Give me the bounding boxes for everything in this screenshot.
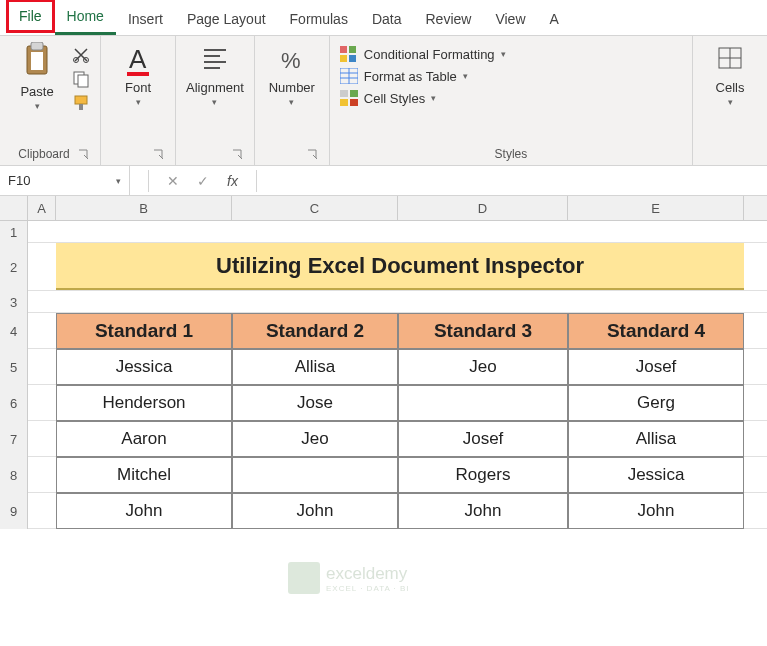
svg-rect-7 [75,96,87,104]
svg-rect-6 [78,75,88,87]
table-cell[interactable]: Jose [232,385,398,421]
row-header[interactable]: 3 [0,291,28,313]
cell[interactable] [28,493,56,529]
col-header-b[interactable]: B [56,196,232,220]
table-cell[interactable]: Jeo [398,349,568,385]
table-cell[interactable]: Allisa [568,421,744,457]
copy-icon[interactable] [72,70,90,88]
row-header[interactable]: 7 [0,421,28,457]
cell[interactable] [56,291,232,313]
dialog-launcher-icon[interactable] [153,149,165,161]
cell[interactable] [232,291,398,313]
clipboard-icon [21,42,53,82]
tab-data[interactable]: Data [360,3,414,35]
table-header[interactable]: Standard 3 [398,313,568,349]
dialog-launcher-icon[interactable] [78,149,90,161]
table-cell[interactable]: Henderson [56,385,232,421]
table-cell[interactable]: Allisa [232,349,398,385]
paste-button[interactable]: Paste ▾ [10,42,64,111]
chevron-down-icon: ▾ [116,176,121,186]
chevron-down-icon: ▾ [212,97,217,107]
table-header[interactable]: Standard 1 [56,313,232,349]
table-cell[interactable]: Jessica [568,457,744,493]
table-cell[interactable]: John [56,493,232,529]
tab-page-layout[interactable]: Page Layout [175,3,278,35]
row-1: 1 [0,221,767,243]
svg-text:%: % [281,48,301,73]
tab-more[interactable]: A [538,3,571,35]
cell[interactable] [28,421,56,457]
svg-rect-26 [340,99,348,106]
svg-rect-1 [31,42,43,50]
dialog-launcher-icon[interactable] [307,149,319,161]
enter-icon[interactable]: ✓ [197,173,209,189]
group-alignment: Alignment ▾ [176,36,255,165]
table-header[interactable]: Standard 4 [568,313,744,349]
row-header[interactable]: 5 [0,349,28,385]
name-box[interactable]: F10 ▾ [0,166,130,195]
tab-review[interactable]: Review [414,3,484,35]
tab-home[interactable]: Home [55,0,116,35]
cell[interactable] [568,291,744,313]
row-3: 3 [0,291,767,313]
tab-insert[interactable]: Insert [116,3,175,35]
table-cell[interactable]: Aaron [56,421,232,457]
table-header[interactable]: Standard 2 [232,313,398,349]
table-cell[interactable]: Jessica [56,349,232,385]
row-header[interactable]: 6 [0,385,28,421]
dialog-launcher-icon[interactable] [232,149,244,161]
row-header[interactable]: 1 [0,221,28,243]
cell-styles-button[interactable]: Cell Styles ▾ [340,90,506,106]
table-cell[interactable]: John [232,493,398,529]
table-cell[interactable]: Gerg [568,385,744,421]
col-header-c[interactable]: C [232,196,398,220]
cells-button[interactable]: Cells ▾ [703,42,757,107]
cell[interactable] [398,291,568,313]
cell[interactable] [28,385,56,421]
table-cell[interactable]: Rogers [398,457,568,493]
cell[interactable] [28,243,56,291]
table-cell[interactable]: John [568,493,744,529]
tab-file[interactable]: File [6,0,55,33]
format-painter-icon[interactable] [72,94,90,112]
cell[interactable] [568,221,744,243]
title-cell[interactable]: Utilizing Excel Document Inspector [56,243,744,290]
alignment-button[interactable]: Alignment ▾ [186,42,244,107]
ribbon: Paste ▾ Clipboard A Font ▾ [0,36,767,166]
watermark-text: exceldemy [326,564,407,583]
col-header-a[interactable]: A [28,196,56,220]
format-as-table-button[interactable]: Format as Table ▾ [340,68,506,84]
cell[interactable] [56,221,232,243]
row-5: 5 Jessica Allisa Jeo Josef [0,349,767,385]
cell[interactable] [28,349,56,385]
tab-view[interactable]: View [483,3,537,35]
table-cell[interactable]: Josef [568,349,744,385]
row-header[interactable]: 8 [0,457,28,493]
table-cell[interactable] [232,457,398,493]
number-button[interactable]: % Number ▾ [265,42,319,107]
row-header[interactable]: 2 [0,243,28,291]
select-all-corner[interactable] [0,196,28,220]
cond-format-icon [340,46,358,62]
cell[interactable] [28,221,56,243]
col-header-d[interactable]: D [398,196,568,220]
cell[interactable] [28,313,56,349]
cancel-icon[interactable]: ✕ [167,173,179,189]
fx-icon[interactable]: fx [227,173,238,189]
table-cell[interactable]: Mitchel [56,457,232,493]
table-cell[interactable] [398,385,568,421]
table-cell[interactable]: Josef [398,421,568,457]
row-header[interactable]: 4 [0,313,28,349]
cell[interactable] [28,457,56,493]
table-cell[interactable]: Jeo [232,421,398,457]
font-button[interactable]: A Font ▾ [111,42,165,107]
cut-icon[interactable] [72,46,90,64]
row-header[interactable]: 9 [0,493,28,529]
col-header-e[interactable]: E [568,196,744,220]
conditional-formatting-button[interactable]: Conditional Formatting ▾ [340,46,506,62]
tab-formulas[interactable]: Formulas [278,3,360,35]
table-cell[interactable]: John [398,493,568,529]
cell[interactable] [28,291,56,313]
cell[interactable] [398,221,568,243]
cell[interactable] [232,221,398,243]
